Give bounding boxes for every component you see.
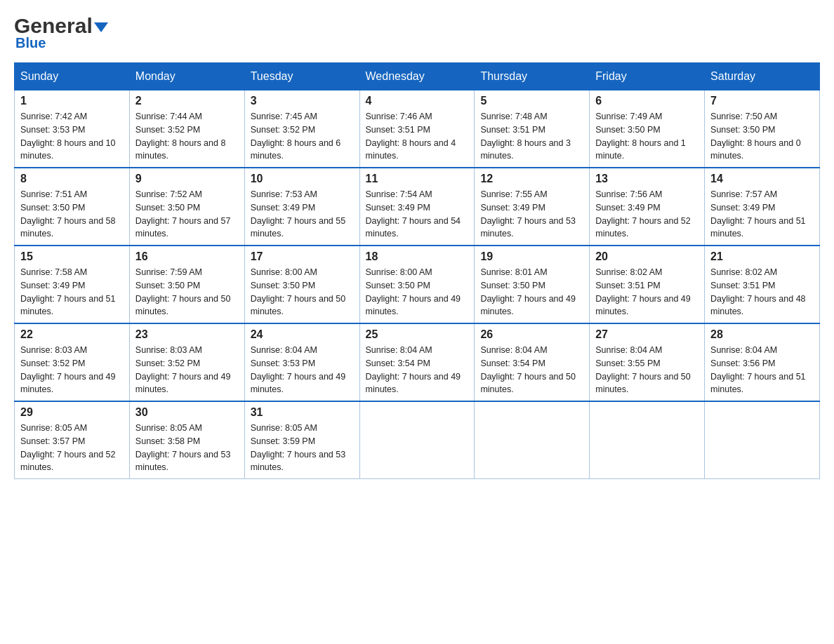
day-info: Sunrise: 8:05 AM Sunset: 3:57 PM Dayligh… bbox=[20, 422, 124, 474]
day-number: 5 bbox=[480, 95, 583, 107]
col-header-thursday: Thursday bbox=[475, 63, 590, 90]
calendar-cell: 9 Sunrise: 7:52 AM Sunset: 3:50 PM Dayli… bbox=[129, 168, 244, 246]
calendar-cell: 24 Sunrise: 8:04 AM Sunset: 3:53 PM Dayl… bbox=[244, 323, 359, 401]
day-number: 20 bbox=[595, 250, 699, 263]
day-number: 11 bbox=[366, 173, 469, 185]
day-number: 19 bbox=[480, 250, 583, 263]
day-number: 16 bbox=[135, 250, 239, 263]
day-info: Sunrise: 8:00 AM Sunset: 3:50 PM Dayligh… bbox=[366, 266, 469, 318]
day-info: Sunrise: 7:46 AM Sunset: 3:51 PM Dayligh… bbox=[366, 110, 469, 163]
calendar-cell: 4 Sunrise: 7:46 AM Sunset: 3:51 PM Dayli… bbox=[359, 90, 475, 168]
day-number: 31 bbox=[251, 406, 354, 419]
day-number: 22 bbox=[20, 328, 124, 341]
day-number: 4 bbox=[366, 95, 469, 107]
calendar-cell: 19 Sunrise: 8:01 AM Sunset: 3:50 PM Dayl… bbox=[475, 246, 590, 323]
day-number: 25 bbox=[366, 328, 469, 341]
calendar-cell: 2 Sunrise: 7:44 AM Sunset: 3:52 PM Dayli… bbox=[129, 90, 244, 168]
calendar-cell: 3 Sunrise: 7:45 AM Sunset: 3:52 PM Dayli… bbox=[244, 90, 359, 168]
day-number: 2 bbox=[135, 95, 239, 107]
day-number: 15 bbox=[20, 250, 124, 263]
day-info: Sunrise: 7:51 AM Sunset: 3:50 PM Dayligh… bbox=[20, 188, 124, 241]
day-info: Sunrise: 8:03 AM Sunset: 3:52 PM Dayligh… bbox=[135, 344, 239, 396]
day-info: Sunrise: 7:44 AM Sunset: 3:52 PM Dayligh… bbox=[135, 110, 239, 163]
day-number: 26 bbox=[480, 328, 583, 341]
day-info: Sunrise: 8:00 AM Sunset: 3:50 PM Dayligh… bbox=[251, 266, 354, 318]
day-info: Sunrise: 8:03 AM Sunset: 3:52 PM Dayligh… bbox=[20, 344, 124, 396]
col-header-saturday: Saturday bbox=[705, 63, 820, 90]
logo: General Blue bbox=[14, 14, 108, 51]
day-number: 24 bbox=[251, 328, 354, 341]
calendar-cell: 29 Sunrise: 8:05 AM Sunset: 3:57 PM Dayl… bbox=[15, 401, 130, 479]
day-info: Sunrise: 7:59 AM Sunset: 3:50 PM Dayligh… bbox=[135, 266, 239, 318]
calendar-cell: 7 Sunrise: 7:50 AM Sunset: 3:50 PM Dayli… bbox=[705, 90, 820, 168]
calendar-cell: 18 Sunrise: 8:00 AM Sunset: 3:50 PM Dayl… bbox=[359, 246, 475, 323]
day-number: 17 bbox=[251, 250, 354, 263]
day-number: 12 bbox=[480, 173, 583, 185]
day-info: Sunrise: 7:53 AM Sunset: 3:49 PM Dayligh… bbox=[251, 188, 354, 241]
calendar-cell: 12 Sunrise: 7:55 AM Sunset: 3:49 PM Dayl… bbox=[475, 168, 590, 246]
day-info: Sunrise: 7:58 AM Sunset: 3:49 PM Dayligh… bbox=[20, 266, 124, 318]
calendar-cell bbox=[359, 401, 475, 479]
calendar-cell: 27 Sunrise: 8:04 AM Sunset: 3:55 PM Dayl… bbox=[590, 323, 705, 401]
calendar-cell: 8 Sunrise: 7:51 AM Sunset: 3:50 PM Dayli… bbox=[15, 168, 130, 246]
day-info: Sunrise: 7:54 AM Sunset: 3:49 PM Dayligh… bbox=[366, 188, 469, 241]
calendar-table: SundayMondayTuesdayWednesdayThursdayFrid… bbox=[14, 62, 820, 479]
calendar-week-row: 15 Sunrise: 7:58 AM Sunset: 3:49 PM Dayl… bbox=[15, 246, 820, 323]
day-info: Sunrise: 7:50 AM Sunset: 3:50 PM Dayligh… bbox=[710, 110, 814, 163]
day-number: 29 bbox=[20, 406, 124, 419]
day-number: 30 bbox=[135, 406, 239, 419]
day-number: 14 bbox=[710, 173, 814, 185]
calendar-cell: 20 Sunrise: 8:02 AM Sunset: 3:51 PM Dayl… bbox=[590, 246, 705, 323]
calendar-cell: 28 Sunrise: 8:04 AM Sunset: 3:56 PM Dayl… bbox=[705, 323, 820, 401]
day-info: Sunrise: 7:55 AM Sunset: 3:49 PM Dayligh… bbox=[480, 188, 583, 241]
day-info: Sunrise: 8:04 AM Sunset: 3:56 PM Dayligh… bbox=[710, 344, 814, 396]
calendar-cell: 13 Sunrise: 7:56 AM Sunset: 3:49 PM Dayl… bbox=[590, 168, 705, 246]
calendar-cell: 6 Sunrise: 7:49 AM Sunset: 3:50 PM Dayli… bbox=[590, 90, 705, 168]
day-info: Sunrise: 8:01 AM Sunset: 3:50 PM Dayligh… bbox=[480, 266, 583, 318]
calendar-cell: 30 Sunrise: 8:05 AM Sunset: 3:58 PM Dayl… bbox=[129, 401, 244, 479]
calendar-week-row: 1 Sunrise: 7:42 AM Sunset: 3:53 PM Dayli… bbox=[15, 90, 820, 168]
calendar-cell: 25 Sunrise: 8:04 AM Sunset: 3:54 PM Dayl… bbox=[359, 323, 475, 401]
calendar-week-row: 29 Sunrise: 8:05 AM Sunset: 3:57 PM Dayl… bbox=[15, 401, 820, 479]
day-info: Sunrise: 7:56 AM Sunset: 3:49 PM Dayligh… bbox=[595, 188, 699, 241]
calendar-cell: 26 Sunrise: 8:04 AM Sunset: 3:54 PM Dayl… bbox=[475, 323, 590, 401]
calendar-cell: 1 Sunrise: 7:42 AM Sunset: 3:53 PM Dayli… bbox=[15, 90, 130, 168]
day-info: Sunrise: 8:02 AM Sunset: 3:51 PM Dayligh… bbox=[595, 266, 699, 318]
col-header-friday: Friday bbox=[590, 63, 705, 90]
day-info: Sunrise: 7:57 AM Sunset: 3:49 PM Dayligh… bbox=[710, 188, 814, 241]
day-number: 13 bbox=[595, 173, 699, 185]
day-info: Sunrise: 8:04 AM Sunset: 3:54 PM Dayligh… bbox=[366, 344, 469, 396]
calendar-cell bbox=[705, 401, 820, 479]
logo-blue: Blue bbox=[15, 35, 46, 51]
day-number: 3 bbox=[251, 95, 354, 107]
day-number: 23 bbox=[135, 328, 239, 341]
calendar-cell bbox=[590, 401, 705, 479]
day-number: 9 bbox=[135, 173, 239, 185]
calendar-cell: 21 Sunrise: 8:02 AM Sunset: 3:51 PM Dayl… bbox=[705, 246, 820, 323]
day-info: Sunrise: 8:04 AM Sunset: 3:54 PM Dayligh… bbox=[480, 344, 583, 396]
calendar-cell: 16 Sunrise: 7:59 AM Sunset: 3:50 PM Dayl… bbox=[129, 246, 244, 323]
col-header-sunday: Sunday bbox=[15, 63, 130, 90]
col-header-tuesday: Tuesday bbox=[244, 63, 359, 90]
calendar-week-row: 22 Sunrise: 8:03 AM Sunset: 3:52 PM Dayl… bbox=[15, 323, 820, 401]
day-number: 18 bbox=[366, 250, 469, 263]
calendar-cell: 5 Sunrise: 7:48 AM Sunset: 3:51 PM Dayli… bbox=[475, 90, 590, 168]
day-number: 8 bbox=[20, 173, 124, 185]
calendar-cell: 31 Sunrise: 8:05 AM Sunset: 3:59 PM Dayl… bbox=[244, 401, 359, 479]
calendar-week-row: 8 Sunrise: 7:51 AM Sunset: 3:50 PM Dayli… bbox=[15, 168, 820, 246]
day-number: 6 bbox=[595, 95, 699, 107]
day-info: Sunrise: 7:49 AM Sunset: 3:50 PM Dayligh… bbox=[595, 110, 699, 163]
calendar-cell: 23 Sunrise: 8:03 AM Sunset: 3:52 PM Dayl… bbox=[129, 323, 244, 401]
day-number: 27 bbox=[595, 328, 699, 341]
day-number: 21 bbox=[710, 250, 814, 263]
day-info: Sunrise: 8:05 AM Sunset: 3:59 PM Dayligh… bbox=[251, 422, 354, 474]
calendar-cell: 11 Sunrise: 7:54 AM Sunset: 3:49 PM Dayl… bbox=[359, 168, 475, 246]
calendar-cell: 14 Sunrise: 7:57 AM Sunset: 3:49 PM Dayl… bbox=[705, 168, 820, 246]
calendar-cell: 22 Sunrise: 8:03 AM Sunset: 3:52 PM Dayl… bbox=[15, 323, 130, 401]
day-info: Sunrise: 7:52 AM Sunset: 3:50 PM Dayligh… bbox=[135, 188, 239, 241]
day-info: Sunrise: 7:45 AM Sunset: 3:52 PM Dayligh… bbox=[251, 110, 354, 163]
col-header-monday: Monday bbox=[129, 63, 244, 90]
day-info: Sunrise: 8:04 AM Sunset: 3:55 PM Dayligh… bbox=[595, 344, 699, 396]
page-header: General Blue bbox=[14, 14, 820, 51]
day-info: Sunrise: 8:04 AM Sunset: 3:53 PM Dayligh… bbox=[251, 344, 354, 396]
